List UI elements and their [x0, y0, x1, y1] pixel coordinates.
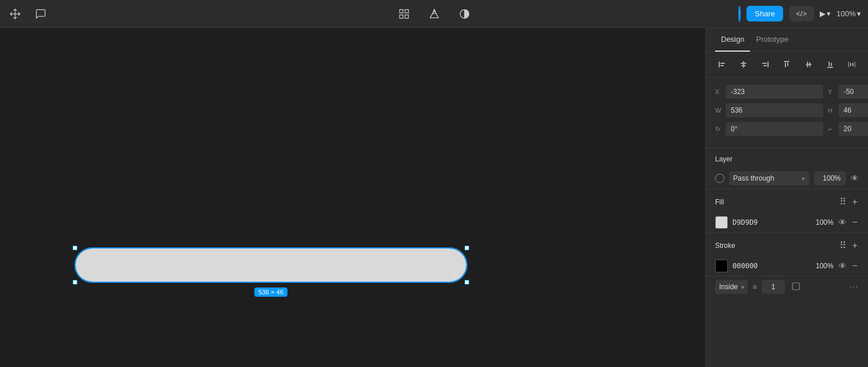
canvas-shape[interactable]: [76, 249, 466, 282]
align-center-h-icon[interactable]: [737, 57, 751, 71]
rotation-field: ↻: [715, 122, 823, 136]
svg-rect-8: [719, 62, 720, 67]
stroke-visibility-icon[interactable]: 👁: [838, 261, 846, 271]
svg-rect-15: [762, 63, 767, 64]
tab-design[interactable]: Design: [715, 28, 750, 52]
h-field: H: [828, 103, 868, 117]
fill-grid-icon[interactable]: ⠿: [838, 196, 848, 208]
svg-rect-4: [399, 15, 403, 18]
handle-bottom-right[interactable]: [465, 280, 469, 285]
stroke-width-input[interactable]: [762, 280, 785, 294]
svg-rect-29: [855, 62, 855, 67]
handle-top-right[interactable]: [465, 246, 469, 250]
code-button[interactable]: </>: [789, 6, 814, 21]
radius-label: ⌐: [828, 125, 836, 134]
move-tool[interactable]: [7, 6, 23, 22]
tab-prototype[interactable]: Prototype: [750, 28, 794, 52]
zoom-chevron-icon: ▾: [857, 9, 861, 18]
dimension-label: 536 × 46: [254, 287, 287, 297]
stroke-color-swatch[interactable]: [715, 260, 728, 272]
distribute-icon[interactable]: [845, 57, 859, 71]
stroke-position-select[interactable]: Inside Outside Center: [715, 280, 748, 294]
svg-rect-2: [399, 9, 403, 13]
comment-tool[interactable]: [33, 6, 49, 22]
radius-input[interactable]: [838, 122, 868, 136]
fill-visibility-icon[interactable]: 👁: [838, 218, 846, 227]
x-label: X: [715, 88, 723, 95]
stroke-section-header: Stroke ⠿ +: [706, 233, 868, 256]
y-input[interactable]: [838, 85, 868, 99]
fill-color-swatch[interactable]: [715, 216, 728, 229]
toolbar: Share </> ▶ ▾ 100% ▾: [0, 0, 868, 28]
stroke-more-button[interactable]: ···: [849, 282, 859, 292]
layer-section-header: Layer: [706, 148, 868, 168]
frame-tool[interactable]: [396, 6, 412, 22]
y-field: Y: [828, 85, 868, 99]
blend-mode-icon: [715, 174, 724, 183]
align-top-icon[interactable]: [780, 57, 794, 71]
canvas-selection[interactable]: 536 × 46: [76, 249, 466, 282]
svg-rect-14: [767, 62, 769, 67]
stroke-color-row: 000000 100% 👁 −: [706, 256, 868, 276]
share-button[interactable]: Share: [746, 6, 783, 21]
layer-opacity-input[interactable]: [814, 171, 846, 185]
svg-rect-20: [806, 64, 812, 65]
wh-row: W H: [715, 103, 859, 117]
pen-tool[interactable]: [426, 6, 442, 22]
panel-tabs: Design Prototype: [706, 28, 868, 52]
svg-rect-31: [792, 283, 799, 290]
layer-row: Pass through Normal Multiply Screen Over…: [706, 168, 868, 189]
align-right-icon[interactable]: [758, 57, 772, 71]
align-center-v-icon[interactable]: [802, 57, 816, 71]
fill-row: D9D9D9 100% 👁 −: [706, 213, 868, 233]
h-input[interactable]: [838, 103, 868, 117]
toolbar-left: [7, 6, 123, 22]
rotation-input[interactable]: [726, 122, 823, 136]
align-left-icon[interactable]: [715, 57, 729, 71]
x-field: X: [715, 85, 823, 99]
stroke-corner-icon: [792, 282, 800, 292]
w-input[interactable]: [726, 103, 823, 117]
x-input[interactable]: [726, 85, 823, 99]
svg-rect-25: [831, 63, 832, 66]
fill-remove-button[interactable]: −: [851, 217, 859, 228]
fill-add-button[interactable]: +: [851, 196, 859, 208]
stroke-remove-button[interactable]: −: [851, 260, 859, 272]
align-bottom-icon[interactable]: [823, 57, 837, 71]
handle-bottom-left[interactable]: [73, 280, 77, 285]
svg-rect-18: [785, 63, 786, 67]
main-area: 536 × 46 Design Prototype: [0, 28, 868, 367]
svg-rect-5: [405, 15, 408, 18]
canvas[interactable]: 536 × 46: [0, 28, 705, 367]
xy-row: X Y: [715, 85, 859, 99]
handle-top-left[interactable]: [73, 246, 77, 250]
fill-opacity-value[interactable]: 100%: [810, 218, 834, 226]
zoom-control[interactable]: 100% ▾: [837, 9, 861, 18]
w-label: W: [715, 107, 723, 114]
svg-rect-9: [720, 63, 725, 64]
toolbar-right: Share </> ▶ ▾ 100% ▾: [745, 6, 861, 22]
stroke-add-button[interactable]: +: [851, 240, 859, 251]
fill-hex-value[interactable]: D9D9D9: [733, 218, 806, 226]
svg-rect-24: [828, 62, 830, 66]
svg-rect-3: [405, 9, 408, 13]
layer-visibility-icon[interactable]: 👁: [851, 174, 859, 183]
h-label: H: [828, 107, 836, 114]
stroke-position-wrapper: Inside Outside Center ▾: [715, 280, 748, 294]
fill-section-header: Fill ⠿ +: [706, 189, 868, 213]
layer-title: Layer: [715, 155, 733, 163]
svg-rect-19: [787, 63, 788, 66]
play-button[interactable]: ▶ ▾: [820, 9, 831, 18]
stroke-opacity-value[interactable]: 100%: [810, 262, 834, 270]
stroke-options-row: Inside Outside Center ▾ ≡ ···: [706, 276, 868, 297]
blend-mode-select[interactable]: Pass through Normal Multiply Screen Over…: [729, 171, 809, 185]
svg-rect-17: [784, 61, 790, 62]
stroke-actions: ⠿ +: [838, 240, 859, 251]
stroke-hex-value[interactable]: 000000: [733, 262, 806, 270]
svg-rect-16: [763, 65, 767, 66]
svg-rect-23: [827, 67, 833, 68]
stroke-grid-icon[interactable]: ⠿: [838, 240, 848, 251]
contrast-tool[interactable]: [456, 6, 473, 22]
rotation-label: ↻: [715, 125, 723, 133]
fill-title: Fill: [715, 198, 724, 206]
